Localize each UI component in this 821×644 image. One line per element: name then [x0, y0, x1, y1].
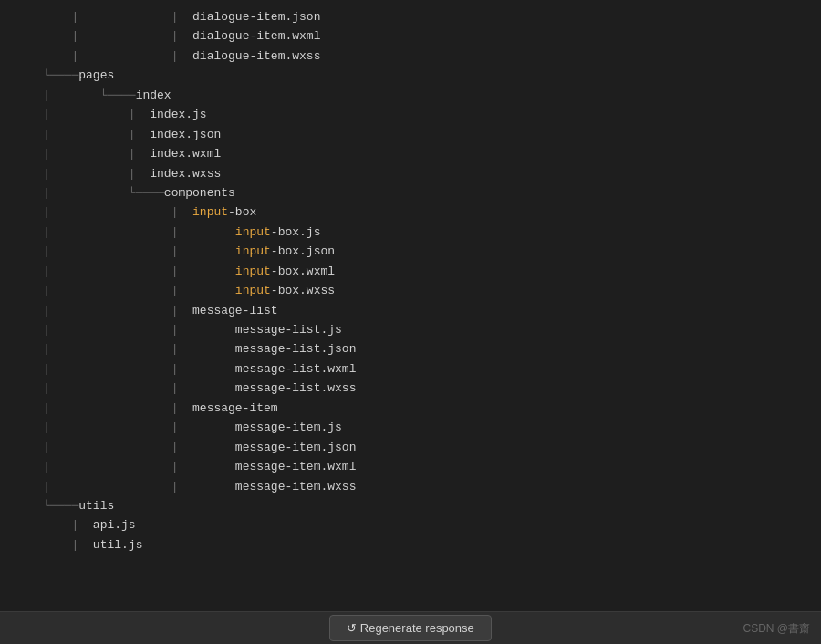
- tree-row: | | dialogue-item.json: [15, 7, 806, 26]
- tree-indent: | |: [15, 262, 235, 281]
- tree-connector: └────: [100, 86, 136, 105]
- tree-row: | | message-item.wxml: [15, 457, 806, 476]
- tree-row: | | message-item: [15, 399, 806, 418]
- file-name: message-list.json: [235, 339, 357, 358]
- tree-row: | | message-list.wxss: [15, 379, 806, 398]
- tree-connector: └────: [43, 66, 78, 85]
- file-name: dialogue-item.json: [192, 7, 320, 26]
- file-name: index.wxss: [150, 164, 221, 183]
- file-name: api.js: [93, 515, 136, 535]
- tree-row: | | message-item.json: [15, 438, 806, 457]
- tree-row: | | dialogue-item.wxml: [15, 26, 806, 46]
- tree-indent: | |: [15, 301, 192, 320]
- file-name: util.js: [93, 535, 143, 555]
- file-name-orange: input: [192, 203, 228, 222]
- tree-indent: | |: [15, 457, 235, 476]
- file-name-orange: input: [235, 281, 271, 300]
- tree-row: | | message-list: [15, 301, 806, 320]
- tree-row: └──── utils: [15, 496, 806, 515]
- tree-connector: └────: [43, 496, 78, 515]
- tree-indent: | |: [15, 26, 192, 46]
- tree-row: | | index.wxml: [15, 144, 806, 163]
- tree-row: | | input-box.wxml: [15, 262, 806, 281]
- file-name: message-list.wxss: [235, 379, 357, 398]
- tree-row: | | message-list.wxml: [15, 359, 806, 379]
- file-name: -box.wxml: [271, 262, 335, 281]
- tree-connector: └────: [129, 183, 164, 203]
- tree-indent: | |: [15, 399, 192, 418]
- tree-indent: | |: [15, 223, 235, 242]
- file-name: message-list.js: [235, 320, 342, 339]
- file-name-orange: input: [235, 262, 271, 281]
- tree-indent: |: [15, 515, 93, 535]
- tree-row: | | index.js: [15, 105, 806, 124]
- tree-indent: | |: [15, 203, 192, 222]
- tree-indent: | |: [15, 438, 235, 457]
- tree-row: | | input-box.wxss: [15, 281, 806, 300]
- folder-name: components: [164, 183, 235, 203]
- file-name-orange: input: [235, 223, 271, 242]
- tree-row: | └──── components: [15, 183, 806, 203]
- file-name-orange: input: [235, 242, 271, 261]
- file-name: -box.json: [271, 242, 335, 261]
- file-name: -box.js: [271, 223, 321, 242]
- tree-row: └──── pages: [15, 66, 806, 85]
- tree-indent: | |: [15, 379, 235, 398]
- tree-indent: | |: [15, 125, 150, 144]
- file-name: message-item: [192, 399, 278, 418]
- file-name: -box: [228, 203, 256, 222]
- main-container: | | dialogue-item.json | | dialogue-item…: [0, 0, 821, 644]
- code-panel: | | dialogue-item.json | | dialogue-item…: [0, 0, 821, 611]
- regenerate-button[interactable]: ↺ Regenerate response: [329, 615, 492, 641]
- file-name: dialogue-item.wxss: [192, 47, 320, 66]
- tree-indent: |: [15, 535, 93, 555]
- tree-indent: | |: [15, 164, 150, 183]
- watermark: CSDN @書齋: [743, 621, 810, 637]
- tree-indent: | |: [15, 7, 192, 26]
- tree-row: | | input-box.js: [15, 223, 806, 242]
- file-name: message-item.wxss: [235, 477, 357, 496]
- file-name: index.wxml: [150, 144, 221, 163]
- tree-indent: | |: [15, 47, 192, 66]
- tree-row: | | input-box.json: [15, 242, 806, 261]
- tree-row: | └──── index: [15, 86, 806, 105]
- tree-row: | | message-item.wxss: [15, 477, 806, 496]
- tree-row: | | message-list.json: [15, 339, 806, 358]
- tree-row: | | index.json: [15, 125, 806, 144]
- tree-indent: | |: [15, 144, 150, 163]
- file-name: message-item.js: [235, 418, 342, 437]
- file-name: index.js: [150, 105, 206, 124]
- file-name: message-list: [192, 301, 278, 320]
- tree-row: | | message-list.js: [15, 320, 806, 339]
- file-tree: | | dialogue-item.json | | dialogue-item…: [15, 7, 806, 555]
- tree-indent: |: [15, 86, 100, 105]
- file-name: message-item.wxml: [235, 457, 357, 476]
- folder-name: index: [136, 86, 171, 105]
- file-name: message-item.json: [235, 438, 357, 457]
- folder-name: pages: [78, 66, 114, 85]
- tree-indent: |: [15, 183, 129, 203]
- tree-indent: [15, 66, 43, 85]
- tree-row: | | message-item.js: [15, 418, 806, 437]
- tree-indent: | |: [15, 418, 235, 437]
- file-name: -box.wxss: [271, 281, 335, 300]
- tree-indent: | |: [15, 105, 150, 124]
- tree-indent: | |: [15, 320, 235, 339]
- tree-indent: | |: [15, 339, 235, 358]
- tree-row: | | index.wxss: [15, 164, 806, 183]
- tree-indent: | |: [15, 242, 235, 261]
- tree-indent: | |: [15, 281, 235, 300]
- tree-indent: | |: [15, 359, 235, 379]
- tree-indent: [15, 496, 43, 515]
- folder-name: utils: [78, 496, 114, 515]
- tree-row: | | input-box: [15, 203, 806, 222]
- file-name: message-list.wxml: [235, 359, 357, 379]
- tree-indent: | |: [15, 477, 235, 496]
- file-name: dialogue-item.wxml: [192, 26, 320, 46]
- bottom-bar: ↺ Regenerate response: [0, 611, 821, 644]
- tree-row: | | dialogue-item.wxss: [15, 47, 806, 66]
- tree-row: | api.js: [15, 515, 806, 535]
- tree-row: | util.js: [15, 535, 806, 555]
- file-name: index.json: [150, 125, 221, 144]
